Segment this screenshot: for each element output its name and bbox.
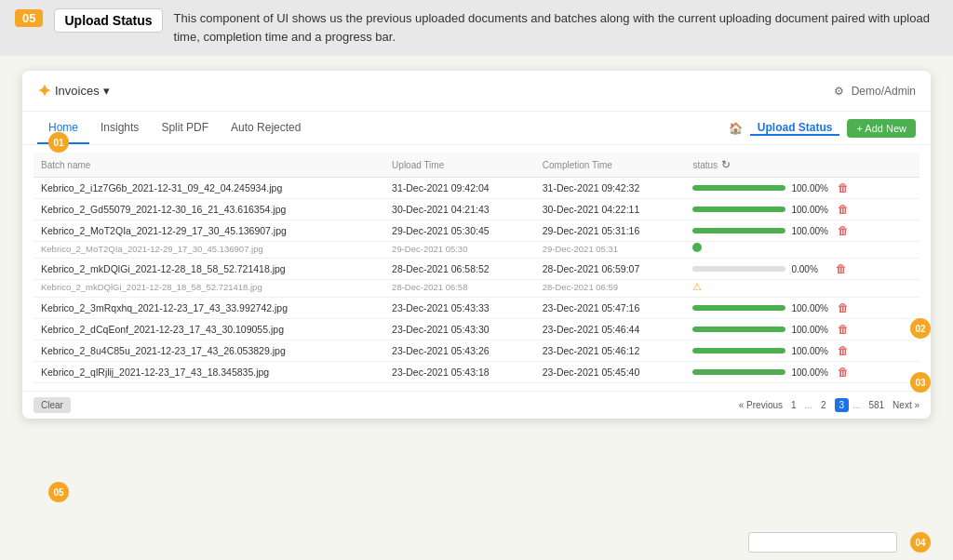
- batch-name-cell: Kebrico_2_8u4C85u_2021-12-23_17_43_26.05…: [34, 340, 384, 362]
- delete-button[interactable]: 🗑: [834, 224, 852, 237]
- delete-button[interactable]: 🗑: [834, 366, 852, 379]
- status-dot: [692, 243, 702, 252]
- next-page[interactable]: Next »: [893, 400, 919, 410]
- status-cell: 100.00% 🗑: [685, 298, 919, 319]
- completion-time-cell: 28-Dec-2021 06:59:07: [535, 259, 686, 280]
- page-581[interactable]: 581: [864, 398, 889, 412]
- tab-right-area: 🏠 Upload Status + Add New: [729, 119, 916, 138]
- logo-text: Invoices: [55, 84, 100, 98]
- batch-name-cell: Kebrico_2_mkDQlGi_2021-12-28_18_58_52.72…: [34, 259, 384, 280]
- batch-name-cell: Kebrico_2_qlRjlij_2021-12-23_17_43_18.34…: [34, 362, 384, 383]
- status-cell: 100.00% 🗑: [685, 199, 919, 220]
- delete-button[interactable]: 🗑: [834, 203, 852, 216]
- batch-name-cell: Kebrico_2_MoT2QIa_2021-12-29_17_30_45.13…: [34, 220, 384, 242]
- annotation-03: 03: [910, 372, 931, 393]
- app-tabs: Home Insights Split PDF Auto Rejected 🏠 …: [22, 112, 931, 145]
- completion-time-cell: 29-Dec-2021 05:31:16: [535, 220, 686, 242]
- page-3[interactable]: 3: [835, 398, 850, 412]
- nav-right: ⚙ Demo/Admin: [834, 85, 916, 98]
- prev-page[interactable]: « Previous: [739, 400, 783, 410]
- batch-name-cell: Kebrico_2_dCqEonf_2021-12-23_17_43_30.10…: [34, 319, 384, 340]
- annotation-02: 02: [910, 318, 931, 339]
- sub-upload-time: 29-Dec-2021 05:30: [384, 242, 535, 259]
- status-cell: 100.00% 🗑: [685, 340, 919, 362]
- table-container: Batch name Upload Time Completion Time s…: [22, 145, 931, 391]
- warning-icon: ⚠: [692, 281, 702, 292]
- app-logo[interactable]: ✦ Invoices ▾: [37, 81, 110, 101]
- completion-time-cell: 23-Dec-2021 05:45:40: [535, 362, 686, 383]
- delete-button[interactable]: 🗑: [834, 344, 852, 357]
- bottom-input-field[interactable]: [748, 532, 897, 553]
- table-row: Kebrico_2_Gd55079_2021-12-30_16_21_43.61…: [34, 199, 919, 220]
- logo-icon: ✦: [37, 81, 51, 101]
- admin-label: Demo/Admin: [852, 85, 916, 98]
- add-new-button[interactable]: + Add New: [847, 119, 916, 138]
- upload-time-cell: 23-Dec-2021 05:43:26: [384, 340, 535, 362]
- table-sub-row: Kebrico_2_MoT2QIa_2021-12-29_17_30_45.13…: [34, 242, 919, 259]
- table-row: Kebrico_2_8u4C85u_2021-12-23_17_43_26.05…: [34, 340, 919, 362]
- top-header: 05 Upload Status This component of UI sh…: [0, 0, 953, 56]
- table-row: Kebrico_2_mkDQlGi_2021-12-28_18_58_52.72…: [34, 259, 919, 280]
- table-row: Kebrico_2_MoT2QIa_2021-12-29_17_30_45.13…: [34, 220, 919, 242]
- home-icon[interactable]: 🏠: [729, 122, 743, 135]
- delete-button[interactable]: 🗑: [832, 262, 851, 275]
- completion-time-cell: 23-Dec-2021 05:47:16: [535, 298, 686, 319]
- table-header-row: Batch name Upload Time Completion Time s…: [34, 153, 919, 178]
- page-2[interactable]: 2: [816, 398, 831, 412]
- logo-arrow: ▾: [103, 84, 110, 98]
- delete-button[interactable]: 🗑: [834, 181, 852, 194]
- annotation-01: 01: [48, 132, 69, 153]
- table-row: Kebrico_2_3mRqxhq_2021-12-23_17_43_33.99…: [34, 298, 919, 319]
- upload-time-cell: 28-Dec-2021 06:58:52: [384, 259, 535, 280]
- page-1[interactable]: 1: [786, 398, 801, 412]
- sub-batch-name: Kebrico_2_mkDQlGi_2021-12-28_18_58_52.72…: [34, 280, 384, 298]
- completion-time-cell: 31-Dec-2021 09:42:32: [535, 178, 686, 199]
- col-upload-time: Upload Time: [384, 153, 535, 178]
- upload-time-cell: 23-Dec-2021 05:43:18: [384, 362, 535, 383]
- completion-time-cell: 30-Dec-2021 04:22:11: [535, 199, 686, 220]
- sub-completion-time: 29-Dec-2021 05:31: [535, 242, 686, 259]
- status-cell: 100.00% 🗑: [685, 362, 919, 383]
- clear-button[interactable]: Clear: [34, 397, 71, 413]
- sub-status: [685, 242, 919, 259]
- upload-time-cell: 31-Dec-2021 09:42:04: [384, 178, 535, 199]
- pagination: « Previous 1 ... 2 3 ... 581 Next »: [739, 398, 919, 412]
- completion-time-cell: 23-Dec-2021 05:46:44: [535, 319, 686, 340]
- col-completion-time: Completion Time: [535, 153, 686, 178]
- sub-status: ⚠: [685, 280, 919, 298]
- batch-name-cell: Kebrico_2_Gd55079_2021-12-30_16_21_43.61…: [34, 199, 384, 220]
- upload-table: Batch name Upload Time Completion Time s…: [34, 153, 919, 383]
- completion-time-cell: 23-Dec-2021 05:46:12: [535, 340, 686, 362]
- gear-icon[interactable]: ⚙: [834, 85, 844, 98]
- table-row: Kebrico_2_qlRjlij_2021-12-23_17_43_18.34…: [34, 362, 919, 383]
- col-status: status ↻: [685, 153, 919, 177]
- status-cell: 100.00% 🗑: [685, 178, 919, 199]
- tab-insights[interactable]: Insights: [89, 112, 150, 144]
- page-dots-2: ...: [852, 400, 860, 410]
- delete-button[interactable]: 🗑: [834, 323, 852, 336]
- main-area: 01 ✦ Invoices ▾ ⚙ Demo/Admin Home Insigh…: [0, 56, 953, 560]
- bottom-input-area: [748, 532, 897, 553]
- upload-time-cell: 23-Dec-2021 05:43:30: [384, 319, 535, 340]
- batch-name-cell: Kebrico_2_3mRqxhq_2021-12-23_17_43_33.99…: [34, 298, 384, 319]
- delete-button[interactable]: 🗑: [834, 301, 852, 314]
- table-sub-row: Kebrico_2_mkDQlGi_2021-12-28_18_58_52.72…: [34, 280, 919, 298]
- app-window: ✦ Invoices ▾ ⚙ Demo/Admin Home Insights …: [22, 71, 931, 419]
- table-row: Kebrico_2_i1z7G6b_2021-12-31_09_42_04.24…: [34, 178, 919, 199]
- status-cell: 0.00% 🗑: [685, 259, 919, 280]
- col-batch-name: Batch name: [34, 153, 384, 178]
- section-description: This component of UI shows us the previo…: [174, 7, 938, 46]
- tab-split-pdf[interactable]: Split PDF: [150, 112, 220, 144]
- refresh-icon[interactable]: ↻: [721, 158, 731, 171]
- upload-status-tab[interactable]: Upload Status: [750, 121, 840, 136]
- upload-time-cell: 23-Dec-2021 05:43:33: [384, 298, 535, 319]
- step-badge: 05: [15, 9, 43, 27]
- upload-time-cell: 29-Dec-2021 05:30:45: [384, 220, 535, 242]
- annotation-05: 05: [48, 482, 69, 502]
- sub-batch-name: Kebrico_2_MoT2QIa_2021-12-29_17_30_45.13…: [34, 242, 384, 259]
- status-cell: 100.00% 🗑: [685, 220, 919, 242]
- annotation-04: 04: [910, 532, 931, 553]
- tab-auto-rejected[interactable]: Auto Rejected: [220, 112, 312, 144]
- sub-upload-time: 28-Dec-2021 06:58: [384, 280, 535, 298]
- batch-name-cell: Kebrico_2_i1z7G6b_2021-12-31_09_42_04.24…: [34, 178, 384, 199]
